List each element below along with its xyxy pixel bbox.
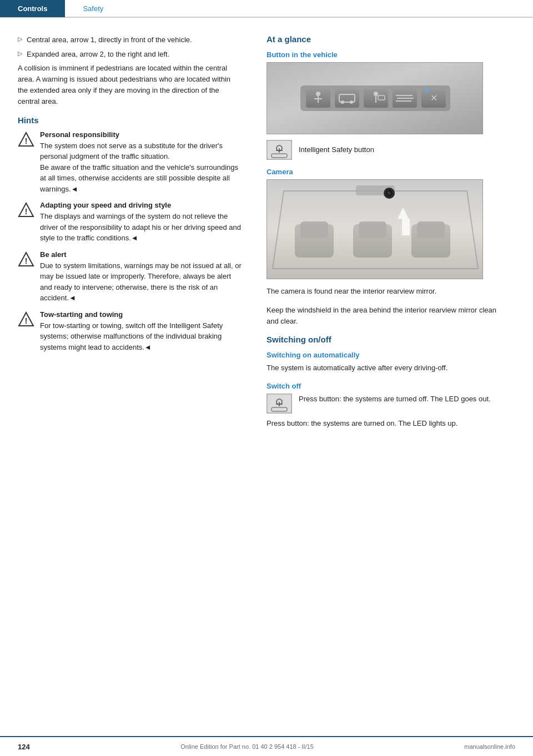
page-number: 124 [18,743,30,751]
collision-paragraph: A collision is imminent if pedestrians a… [18,63,242,108]
warning-icon-3: ! [18,251,34,268]
bullet-arrow-2: ▷ [18,50,22,57]
svg-text:!: ! [25,207,28,216]
intelligent-safety-icon [266,140,292,160]
switching-on-auto-text: The system is automatically active after… [266,362,497,374]
svg-rect-38 [359,221,386,238]
warning-block-2: ! Adapting your speed and driving style … [18,201,242,244]
svg-text:✕: ✕ [430,93,438,103]
top-navigation: Controls Safety [0,0,533,18]
button-in-vehicle-heading: Button in the vehicle [266,51,497,59]
svg-text:!: ! [25,316,28,325]
hints-heading: Hints [18,115,242,125]
bullet-item-2: ▷ Expanded area, arrow 2, to the right a… [18,49,242,60]
bullet-item-1: ▷ Central area, arrow 1, directly in fro… [18,34,242,46]
svg-rect-47 [402,219,410,235]
svg-point-28 [425,89,429,92]
bullet-text-1: Central area, arrow 1, directly in front… [27,34,192,46]
svg-point-15 [316,92,320,96]
warning-icon-1: ! [18,132,34,148]
warning-title-1: Personal responsibility [40,130,242,139]
left-column: ▷ Central area, arrow 1, directly in fro… [0,29,255,442]
svg-text:!: ! [25,256,28,265]
switch-on-text: Press button: the systems are turned on.… [266,418,497,429]
bullet-arrow-1: ▷ [18,36,22,43]
right-column: At a glance Button in the vehicle [255,29,511,442]
svg-rect-11 [335,89,359,108]
nav-divider [121,0,533,17]
warning-title-4: Tow-starting and towing [40,310,242,319]
warning-content-4: Tow-starting and towing For tow-starting… [40,310,242,353]
warning-block-1: ! Personal responsibility The system doe… [18,130,242,195]
svg-point-21 [374,92,378,96]
warning-block-4: ! Tow-starting and towing For tow-starti… [18,310,242,353]
warning-block-3: ! Be alert Due to system limitations, wa… [18,250,242,304]
tab-controls[interactable]: Controls [0,0,65,17]
svg-rect-40 [417,221,445,238]
warning-text-2: The displays and warnings of the system … [40,211,242,244]
warning-content-1: Personal responsibility The system does … [40,130,242,195]
warning-content-3: Be alert Due to system limitations, warn… [40,250,242,304]
svg-point-20 [350,100,353,104]
svg-point-19 [341,100,344,104]
warning-icon-4: ! [18,311,34,328]
intelligent-safety-row: Intelligent Safety button [266,140,497,160]
warning-text-4: For tow-starting or towing, switch off t… [40,320,242,353]
svg-point-45 [388,191,389,193]
watermark: manualsonline.info [464,743,515,750]
camera-image [266,179,483,279]
warning-title-2: Adapting your speed and driving style [40,201,242,209]
camera-heading: Camera [266,168,497,176]
at-a-glance-heading: At a glance [266,34,497,44]
switching-on-auto-heading: Switching on automatically [266,351,497,359]
warning-text-3: Due to system limitations, warnings may … [40,260,242,304]
bullet-text-2: Expanded area, arrow 2, to the right and… [27,49,169,60]
switch-off-icon [266,394,292,414]
camera-text-1: The camera is found near the interior re… [266,286,497,297]
switching-heading: Switching on/off [266,335,497,344]
tab-safety[interactable]: Safety [65,0,121,17]
warning-icon-2: ! [18,202,34,219]
switch-off-heading: Switch off [266,382,497,390]
warning-content-2: Adapting your speed and driving style Th… [40,201,242,244]
camera-text-2: Keep the windshield in the area behind t… [266,305,497,327]
warning-title-3: Be alert [40,250,242,259]
warning-text-1: The system does not serve as a substitut… [40,140,242,195]
page-footer: 124 Online Edition for Part no. 01 40 2 … [0,736,533,756]
main-content: ▷ Central area, arrow 1, directly in fro… [0,18,533,453]
vehicle-button-image: ✕ [266,62,483,134]
intelligent-safety-label: Intelligent Safety button [299,144,374,155]
svg-rect-36 [300,221,328,238]
svg-text:!: ! [25,137,28,145]
switch-off-row: Press button: the systems are turned off… [266,394,497,414]
footer-text: Online Edition for Part no. 01 40 2 954 … [180,743,314,750]
switch-off-text: Press button: the systems are turned off… [299,394,491,407]
